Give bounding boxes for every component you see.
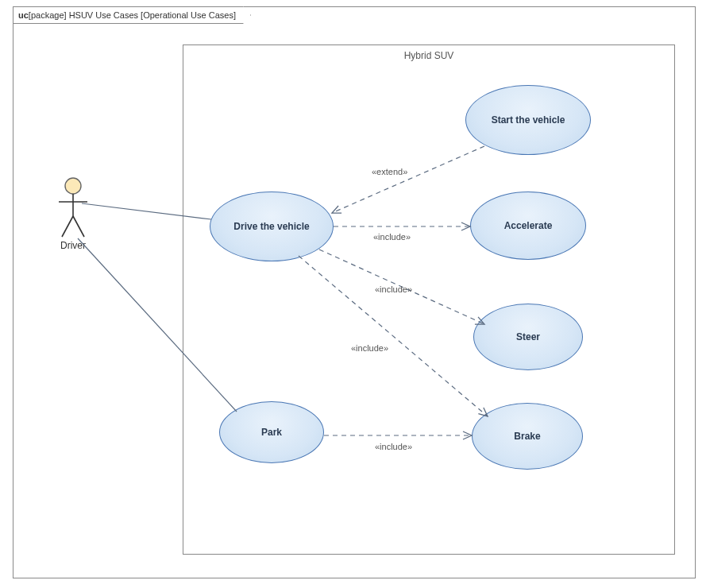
label-include-drive-steer: «include» (375, 284, 412, 294)
usecase-drive-label: Drive the vehicle (233, 221, 309, 232)
usecase-accelerate-label: Accelerate (504, 220, 553, 231)
usecase-start: Start the vehicle (465, 85, 591, 155)
system-boundary-title: Hybrid SUV (404, 50, 454, 61)
frame-subname-close: ] (233, 10, 236, 20)
frame-prefix: uc (18, 10, 29, 20)
usecase-accelerate: Accelerate (470, 191, 586, 260)
usecase-steer-label: Steer (516, 331, 540, 342)
actor-label: Driver (49, 240, 97, 251)
actor-stickfigure-icon (57, 176, 89, 238)
actor-driver: Driver (49, 176, 97, 251)
frame-subname: Operational Use Cases (143, 10, 233, 20)
usecase-steer: Steer (473, 304, 583, 370)
svg-line-3 (62, 216, 73, 237)
frame-kind: package (31, 10, 64, 20)
frame-bracket-close: ] (64, 10, 67, 20)
label-include-drive-accelerate: «include» (373, 232, 411, 242)
diagram-canvas: uc[package] HSUV Use Cases [Operational … (0, 0, 706, 588)
usecase-brake: Brake (472, 403, 583, 470)
usecase-start-label: Start the vehicle (492, 114, 565, 126)
svg-point-0 (65, 178, 81, 194)
usecase-drive: Drive the vehicle (210, 191, 334, 261)
system-boundary: Hybrid SUV (183, 44, 675, 555)
label-include-park-brake: «include» (375, 442, 412, 451)
label-include-drive-brake: «include» (351, 343, 388, 353)
usecase-park-label: Park (261, 427, 282, 438)
frame-title-tab: uc[package] HSUV Use Cases [Operational … (13, 6, 251, 24)
usecase-brake-label: Brake (514, 431, 540, 442)
usecase-park: Park (219, 401, 324, 463)
label-extend-start-drive: «extend» (372, 167, 407, 176)
svg-line-4 (73, 216, 84, 237)
frame-name: HSUV Use Cases (69, 10, 138, 20)
